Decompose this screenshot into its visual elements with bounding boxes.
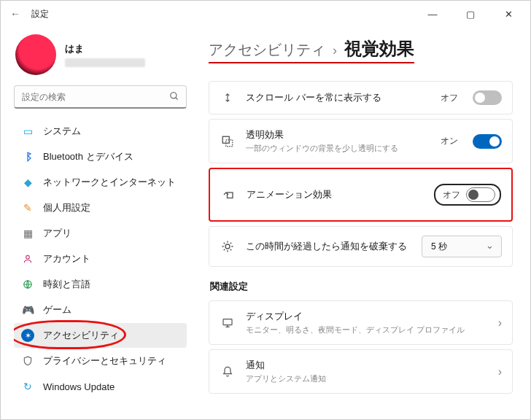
wifi-icon: ◆	[21, 176, 34, 189]
dismiss-time-select[interactable]: 5 秒	[422, 236, 502, 257]
bluetooth-icon	[21, 150, 34, 163]
toggle-animation-frame: オフ	[434, 184, 501, 206]
sidebar-item-label: プライバシーとセキュリティ	[43, 354, 166, 368]
transparency-icon	[220, 135, 236, 148]
toggle-state-label: オフ	[441, 92, 458, 104]
globe-icon	[21, 278, 34, 291]
row-scrollbar[interactable]: スクロール バーを常に表示する オフ	[209, 81, 513, 114]
svg-point-2	[26, 255, 30, 259]
sidebar-item-bluetooth[interactable]: Bluetooth とデバイス	[14, 144, 187, 169]
paintbrush-icon: ✎	[21, 201, 34, 214]
sidebar-item-system[interactable]: ▭ システム	[14, 119, 187, 144]
sidebar-item-account[interactable]: アカウント	[14, 246, 187, 271]
sidebar-item-label: ゲーム	[43, 303, 71, 316]
select-value: 5 秒	[431, 241, 447, 253]
row-related-display[interactable]: ディスプレイ モニター、明るさ、夜間モード、ディスプレイ プロファイル ›	[209, 300, 513, 345]
related-settings-heading: 関連設定	[210, 280, 513, 293]
sidebar-item-label: アクセシビリティ	[43, 329, 119, 342]
breadcrumb-parent[interactable]: アクセシビリティ	[209, 40, 325, 60]
toggle-transparency[interactable]	[473, 134, 502, 149]
page-title: 視覚効果	[344, 37, 414, 61]
svg-rect-6	[228, 192, 233, 198]
sidebar-item-label: アカウント	[43, 252, 90, 265]
row-related-notifications[interactable]: 通知 アプリとシステム通知 ›	[209, 349, 513, 394]
shield-icon	[21, 354, 34, 368]
scrollbar-icon	[220, 91, 236, 104]
breadcrumb: アクセシビリティ › 視覚効果	[209, 37, 414, 63]
profile-name: はま	[65, 42, 145, 55]
sidebar-item-label: ネットワークとインターネット	[43, 176, 176, 189]
gamepad-icon: 🎮	[21, 303, 34, 316]
sidebar-item-label: Windows Update	[43, 381, 115, 392]
sidebar-item-label: 個人用設定	[43, 201, 90, 214]
row-title: スクロール バーを常に表示する	[246, 91, 430, 104]
monitor-icon	[220, 317, 236, 329]
sidebar-item-network[interactable]: ◆ ネットワークとインターネット	[14, 170, 187, 195]
toggle-state-label: オフ	[443, 189, 460, 201]
sidebar-item-label: 時刻と言語	[43, 278, 90, 291]
display-icon: ▭	[21, 125, 34, 138]
avatar	[15, 34, 56, 75]
toggle-state-label: オン	[441, 135, 458, 147]
apps-icon: ▦	[21, 227, 34, 240]
search-field[interactable]	[14, 85, 187, 109]
sidebar-item-apps[interactable]: ▦ アプリ	[14, 221, 187, 246]
svg-point-7	[225, 244, 230, 249]
toggle-scrollbar[interactable]	[473, 90, 502, 105]
back-button[interactable]: ←	[7, 5, 24, 23]
minimize-button[interactable]: —	[422, 9, 443, 20]
accessibility-icon: ✶	[21, 329, 34, 342]
sidebar-nav: ▭ システム Bluetooth とデバイス ◆ ネットワークとインターネット …	[14, 119, 187, 399]
sidebar-item-personalization[interactable]: ✎ 個人用設定	[14, 195, 187, 220]
row-subtitle: 一部のウィンドウの背景を少し透明にする	[246, 143, 430, 154]
row-transparency[interactable]: 透明効果 一部のウィンドウの背景を少し透明にする オン	[209, 119, 513, 163]
sidebar-item-privacy[interactable]: プライバシーとセキュリティ	[14, 349, 187, 373]
sidebar-item-windows-update[interactable]: ↻ Windows Update	[14, 374, 187, 399]
animation-icon	[220, 188, 236, 201]
row-title: アニメーション効果	[247, 188, 424, 201]
row-animation[interactable]: アニメーション効果 オフ	[209, 168, 513, 222]
chevron-right-icon: ›	[333, 43, 337, 58]
close-button[interactable]: ✕	[498, 9, 519, 20]
sidebar-item-label: アプリ	[43, 227, 71, 240]
row-subtitle: アプリとシステム通知	[246, 373, 488, 384]
profile-email	[65, 58, 145, 67]
main-content: アクセシビリティ › 視覚効果 スクロール バーを常に表示する オフ 透明効果 …	[194, 27, 530, 419]
svg-rect-8	[223, 319, 232, 324]
sidebar-item-time-language[interactable]: 時刻と言語	[14, 272, 187, 297]
account-icon	[21, 252, 34, 265]
maximize-button[interactable]: ▢	[460, 9, 481, 20]
brightness-icon	[220, 240, 236, 253]
sidebar-item-gaming[interactable]: 🎮 ゲーム	[14, 298, 187, 322]
sidebar-item-label: Bluetooth とデバイス	[43, 150, 133, 163]
row-dismiss-notifications[interactable]: この時間が経過したら通知を破棄する 5 秒	[209, 226, 513, 267]
chevron-right-icon: ›	[498, 365, 502, 378]
row-title: ディスプレイ	[246, 310, 488, 323]
toggle-animation[interactable]	[466, 187, 495, 202]
bell-icon	[220, 366, 236, 378]
row-title: 通知	[246, 359, 488, 372]
profile-block[interactable]: はま	[15, 34, 187, 75]
sidebar-item-label: システム	[43, 125, 81, 138]
window-title: 設定	[31, 8, 49, 20]
row-title: 透明効果	[246, 128, 430, 141]
row-title: この時間が経過したら通知を破棄する	[246, 240, 411, 253]
titlebar: ← 設定 — ▢ ✕	[1, 1, 530, 27]
search-input[interactable]	[14, 85, 187, 109]
sidebar-item-accessibility[interactable]: ✶ アクセシビリティ	[14, 323, 187, 348]
update-icon: ↻	[21, 380, 34, 393]
sidebar: はま ▭ システム Bluetooth とデ	[1, 27, 194, 419]
chevron-right-icon: ›	[498, 316, 502, 330]
row-subtitle: モニター、明るさ、夜間モード、ディスプレイ プロファイル	[246, 324, 488, 335]
